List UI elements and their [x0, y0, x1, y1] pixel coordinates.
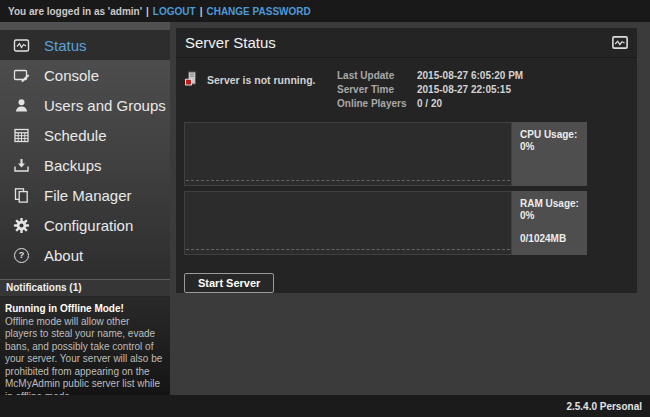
sidebar-item-label: About — [44, 247, 83, 264]
help-icon: ? — [13, 247, 30, 264]
sidebar-item-label: Configuration — [44, 217, 133, 234]
users-icon — [13, 97, 30, 114]
sidebar-item-status[interactable]: Status — [0, 30, 170, 60]
ram-usage-label: RAM Usage: 0% 0/1024MB — [512, 191, 587, 255]
info-row-online-players: Online Players 0 / 20 — [337, 97, 575, 111]
card-header: Server Status — [176, 28, 637, 58]
ram-usage-graph — [184, 191, 512, 255]
console-icon — [13, 67, 30, 84]
info-label: Online Players — [337, 97, 417, 111]
info-row-last-update: Last Update 2015-08-27 6:05:20 PM — [337, 69, 575, 83]
page-title: Server Status — [185, 34, 612, 51]
info-row-server-time: Server Time 2015-08-27 22:05:15 — [337, 83, 575, 97]
gear-icon — [13, 217, 30, 234]
sidebar-item-configuration[interactable]: Configuration — [0, 210, 170, 240]
cpu-usage-label: CPU Usage: 0% — [512, 122, 587, 186]
status-row: Server is not running. Last Update 2015-… — [176, 58, 637, 118]
status-chart-icon — [612, 36, 628, 49]
server-status-message: Server is not running. — [207, 71, 316, 86]
notifications-panel: Notifications (1) Running in Offline Mod… — [0, 279, 170, 395]
separator: | — [146, 6, 149, 17]
cpu-usage-graph — [184, 122, 512, 186]
info-label: Last Update — [337, 69, 417, 83]
ram-usage-title: RAM Usage: — [520, 198, 587, 210]
topbar: You are logged in as 'admin' | LOGOUT | … — [0, 0, 650, 22]
backups-download-icon — [13, 157, 30, 174]
status-chart-icon — [13, 37, 30, 54]
version-label: 2.5.4.0 Personal — [566, 401, 642, 412]
sidebar-menu: Status Console Users and Groups — [0, 22, 170, 270]
server-stopped-icon — [184, 71, 199, 87]
server-state: Server is not running. — [184, 68, 337, 111]
notification-title: Running in Offline Mode! — [5, 303, 164, 316]
info-value: 2015-08-27 6:05:20 PM — [417, 69, 523, 83]
sidebar-item-label: Status — [44, 37, 87, 54]
footer: 2.5.4.0 Personal — [0, 395, 650, 417]
separator: | — [200, 6, 203, 17]
ram-usage-value: 0% — [520, 210, 587, 222]
sidebar-item-about[interactable]: ? About — [0, 240, 170, 270]
sidebar-item-label: Console — [44, 67, 99, 84]
sidebar-item-label: Users and Groups — [44, 97, 166, 114]
ram-graph-row: RAM Usage: 0% 0/1024MB — [184, 191, 637, 255]
notifications-header: Notifications (1) — [0, 279, 170, 297]
change-password-link[interactable]: CHANGE PASSWORD — [206, 6, 310, 17]
schedule-icon — [13, 127, 30, 144]
start-server-button[interactable]: Start Server — [184, 273, 274, 293]
sidebar: Status Console Users and Groups — [0, 22, 170, 395]
sidebar-item-schedule[interactable]: Schedule — [0, 120, 170, 150]
sidebar-item-console[interactable]: Console — [0, 60, 170, 90]
logged-in-text: You are logged in as 'admin' — [8, 6, 142, 17]
main-area: Server Status Server is not running. — [170, 22, 650, 395]
sidebar-item-backups[interactable]: Backups — [0, 150, 170, 180]
graph-baseline — [186, 180, 510, 181]
sidebar-item-label: Backups — [44, 157, 102, 174]
logout-link[interactable]: LOGOUT — [153, 6, 196, 17]
file-manager-icon — [13, 187, 30, 204]
server-info: Last Update 2015-08-27 6:05:20 PM Server… — [337, 68, 575, 111]
graph-baseline — [186, 249, 510, 250]
sidebar-item-label: File Manager — [44, 187, 132, 204]
sidebar-item-users-and-groups[interactable]: Users and Groups — [0, 90, 170, 120]
cpu-usage-title: CPU Usage: — [520, 129, 587, 141]
notification-text: Offline mode will allow other players to… — [5, 316, 164, 396]
sidebar-item-label: Schedule — [44, 127, 107, 144]
cpu-usage-value: 0% — [520, 141, 587, 153]
notification-item: Running in Offline Mode! Offline mode wi… — [0, 297, 170, 395]
info-label: Server Time — [337, 83, 417, 97]
info-value: 2015-08-27 22:05:15 — [417, 83, 511, 97]
info-value: 0 / 20 — [417, 97, 442, 111]
mcmyadmin-app: You are logged in as 'admin' | LOGOUT | … — [0, 0, 650, 417]
cpu-graph-row: CPU Usage: 0% — [184, 122, 637, 186]
server-status-card: Server Status Server is not running. — [176, 28, 637, 293]
ram-usage-detail: 0/1024MB — [520, 233, 587, 245]
sidebar-item-file-manager[interactable]: File Manager — [0, 180, 170, 210]
